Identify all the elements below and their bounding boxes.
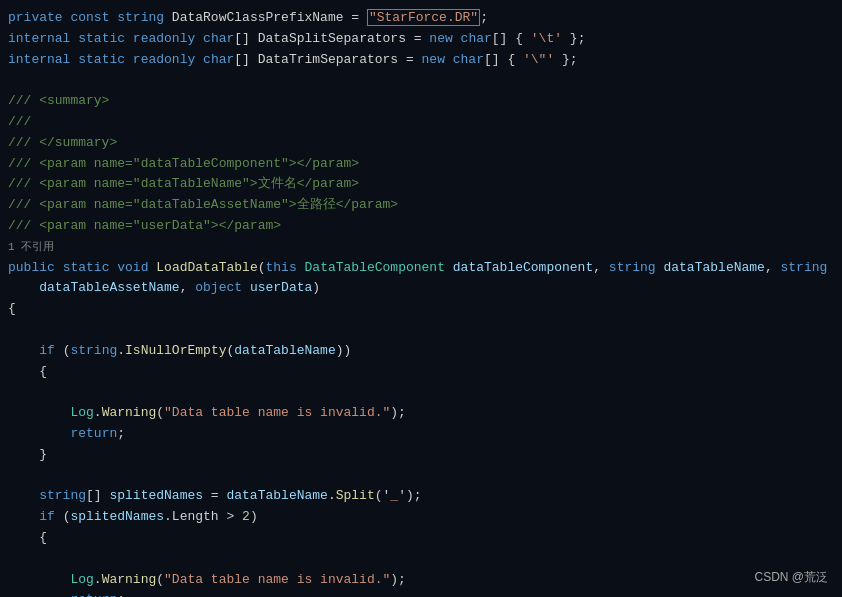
code-token: '\"'	[523, 52, 554, 67]
code-token: "dataTableAssetName"	[133, 197, 289, 212]
code-token	[453, 31, 461, 46]
code-line: public static void LoadDataTable(this Da…	[0, 258, 842, 279]
code-token	[195, 52, 203, 67]
code-token: static	[78, 52, 125, 67]
code-token: static	[63, 260, 110, 275]
code-token	[8, 592, 70, 597]
code-token: char	[203, 31, 234, 46]
code-token: ,	[593, 260, 609, 275]
code-line	[0, 70, 842, 91]
code-token: _	[390, 488, 398, 503]
code-token: .	[94, 405, 102, 420]
code-token: /// <param name=	[8, 218, 133, 233]
code-token	[8, 280, 39, 295]
code-token: char	[203, 52, 234, 67]
code-token: if	[39, 509, 55, 524]
code-token	[125, 52, 133, 67]
code-token: Log	[70, 572, 93, 587]
code-token: /// <summary>	[8, 93, 109, 108]
code-token: /// <param name=	[8, 197, 133, 212]
code-token: dataTableComponent	[453, 260, 593, 275]
code-token: '\t'	[531, 31, 562, 46]
code-token: char	[453, 52, 484, 67]
code-token: readonly	[133, 52, 195, 67]
code-token: ></param>	[289, 156, 359, 171]
code-token: object	[195, 280, 242, 295]
code-token: {	[8, 530, 47, 545]
code-token: ))	[336, 343, 352, 358]
code-token	[8, 572, 70, 587]
code-token: ;	[480, 10, 488, 25]
code-token: void	[117, 260, 148, 275]
code-line: Log.Warning("Data table name is invalid.…	[0, 403, 842, 424]
code-line: /// <param name="userData"></param>	[0, 216, 842, 237]
code-token: "userData"	[133, 218, 211, 233]
code-token: "Data table name is invalid."	[164, 572, 390, 587]
code-token	[445, 260, 453, 275]
code-token	[195, 31, 203, 46]
code-line: }	[0, 445, 842, 466]
code-token: DataTableComponent	[305, 260, 445, 275]
code-token: string	[70, 343, 117, 358]
code-token: if	[39, 343, 55, 358]
code-token: =	[203, 488, 226, 503]
code-line: return;	[0, 424, 842, 445]
code-token: {	[8, 301, 16, 316]
code-token: IsNullOrEmpty	[125, 343, 226, 358]
code-token: );	[390, 405, 406, 420]
code-token: ;	[117, 426, 125, 441]
code-token: /// <param name=	[8, 176, 133, 191]
code-token: string	[781, 260, 828, 275]
code-token: 1 不引用	[8, 241, 54, 253]
code-token: 2	[242, 509, 250, 524]
code-token: private	[8, 10, 63, 25]
code-token: [] DataSplitSeparators =	[234, 31, 429, 46]
code-token	[8, 343, 39, 358]
code-token: ,	[180, 280, 196, 295]
code-token: (	[258, 260, 266, 275]
code-token: );	[390, 572, 406, 587]
code-token: "Data table name is invalid."	[164, 405, 390, 420]
code-line: 1 不引用	[0, 237, 842, 258]
code-token: internal	[8, 31, 70, 46]
code-token: return	[70, 426, 117, 441]
code-line: private const string DataRowClassPrefixN…	[0, 8, 842, 29]
code-token: {	[8, 364, 47, 379]
code-token: dataTableName	[663, 260, 764, 275]
code-token	[8, 509, 39, 524]
code-token: Warning	[102, 405, 157, 420]
code-line: ///	[0, 112, 842, 133]
code-token: [] {	[484, 52, 523, 67]
code-line: /// <param name="dataTableAssetName">全路径…	[0, 195, 842, 216]
code-line: /// <summary>	[0, 91, 842, 112]
code-token: string	[39, 488, 86, 503]
code-token: "dataTableName"	[133, 176, 250, 191]
code-token: [] DataTrimSeparators =	[234, 52, 421, 67]
code-token: splitedNames	[109, 488, 203, 503]
code-token: DataRowClassPrefixName =	[164, 10, 367, 25]
code-token	[125, 31, 133, 46]
code-token: static	[78, 31, 125, 46]
code-token: ></param>	[211, 218, 281, 233]
code-token: /// </summary>	[8, 135, 117, 150]
code-token	[8, 426, 70, 441]
code-token: this	[266, 260, 297, 275]
code-token: internal	[8, 52, 70, 67]
code-token: new	[429, 31, 452, 46]
code-token: .Length >	[164, 509, 242, 524]
code-token: (	[156, 405, 164, 420]
code-token: /// <param name=	[8, 156, 133, 171]
code-token: >全路径</param>	[289, 197, 398, 212]
code-line: if (string.IsNullOrEmpty(dataTableName))	[0, 341, 842, 362]
code-line: {	[0, 528, 842, 549]
code-token: [] {	[492, 31, 531, 46]
code-token	[55, 260, 63, 275]
code-line: string[] splitedNames = dataTableName.Sp…	[0, 486, 842, 507]
code-token: "StarForce.DR"	[367, 9, 480, 26]
code-line	[0, 466, 842, 487]
code-token: Split	[336, 488, 375, 503]
code-line: {	[0, 362, 842, 383]
code-token: ;	[117, 592, 125, 597]
code-token: (	[55, 343, 71, 358]
code-token: "dataTableComponent"	[133, 156, 289, 171]
